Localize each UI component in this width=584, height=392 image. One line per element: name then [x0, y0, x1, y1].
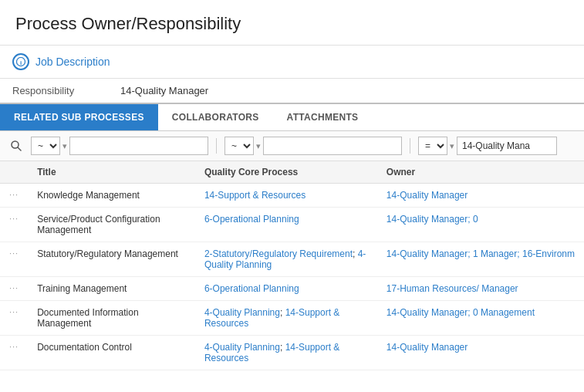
row-owner[interactable]: 14-Quality Manager: [377, 184, 584, 208]
quality-link[interactable]: 14-Support & Resources: [204, 190, 306, 201]
table-row: ···Documentation Control4-Quality Planni…: [0, 336, 584, 370]
quality-link[interactable]: 4-Quality Planning: [204, 307, 280, 318]
row-quality[interactable]: 2-Statutory/Regulatory Requirement; 4-Qu…: [195, 242, 377, 277]
filter-group-1: ~ ▾: [31, 137, 208, 155]
row-owner[interactable]: 14-Quality Manager; 1 Manager; 16-Enviro…: [377, 242, 584, 277]
filter-group-2: ~ ▾: [224, 137, 402, 155]
col-header-quality: Quality Core Process: [195, 161, 377, 184]
row-dots[interactable]: ···: [0, 208, 28, 242]
meta-label: Responsibility: [12, 85, 120, 96]
row-quality[interactable]: 14-Support & Resources: [195, 184, 377, 208]
table-row: ···Training Management6-Operational Plan…: [0, 277, 584, 301]
row-dots[interactable]: ···: [0, 242, 28, 277]
row-dots[interactable]: ···: [0, 277, 28, 301]
table-row: ···Knowledge Management14-Support & Reso…: [0, 184, 584, 208]
info-icon: i: [12, 53, 29, 70]
filter-divider-2: [410, 138, 410, 154]
filter-select-2[interactable]: ~: [224, 137, 254, 155]
row-quality[interactable]: 4-Quality Planning; 14-Support & Resourc…: [195, 336, 377, 370]
filter-divider-1: [216, 138, 217, 154]
tab-attachments[interactable]: ATTACHMENTS: [273, 104, 373, 130]
table-header-row: Title Quality Core Process Owner: [0, 161, 584, 184]
table-container: Title Quality Core Process Owner ···Know…: [0, 161, 584, 370]
filter-group-3: = ▾: [418, 137, 557, 155]
owner-link[interactable]: 14-Quality Manager; 0 Management: [387, 307, 535, 318]
owner-link[interactable]: 17-Human Resources/ Manager: [387, 283, 518, 294]
row-title: Service/Product Configuration Management: [28, 208, 195, 242]
meta-row: Responsibility 14-Quality Manager: [0, 79, 584, 104]
row-title: Training Management: [28, 277, 195, 301]
owner-link[interactable]: 14-Quality Manager: [387, 190, 468, 201]
filter-input-3[interactable]: [457, 137, 557, 155]
row-dots[interactable]: ···: [0, 336, 28, 370]
owner-link[interactable]: 14-Quality Manager: [387, 342, 468, 353]
owner-link[interactable]: 14-Quality Manager; 1 Manager; 16-Enviro…: [387, 248, 575, 259]
svg-line-3: [18, 147, 21, 150]
filter-input-2[interactable]: [263, 137, 402, 155]
section-title[interactable]: Job Description: [35, 56, 110, 68]
row-title: Statutory/Regulatory Management: [28, 242, 195, 277]
row-title: Documentation Control: [28, 336, 195, 370]
table-row: ···Documented Information Management4-Qu…: [0, 301, 584, 336]
row-owner[interactable]: 14-Quality Manager; 0 Management: [377, 301, 584, 336]
col-header-owner: Owner: [377, 161, 584, 184]
table-row: ···Service/Product Configuration Managem…: [0, 208, 584, 242]
row-title: Documented Information Management: [28, 301, 195, 336]
table-row: ···Statutory/Regulatory Management2-Stat…: [0, 242, 584, 277]
row-quality[interactable]: 6-Operational Planning: [195, 277, 377, 301]
tabs-bar: RELATED SUB PROCESSES COLLABORATORS ATTA…: [0, 104, 584, 131]
owner-link[interactable]: 14-Quality Manager; 0: [387, 214, 478, 225]
svg-text:i: i: [20, 59, 22, 66]
page-title: Process Owner/Responsibility: [0, 0, 584, 46]
row-owner[interactable]: 14-Quality Manager: [377, 336, 584, 370]
filter-input-1[interactable]: [69, 137, 208, 155]
quality-link[interactable]: 6-Operational Planning: [204, 214, 299, 225]
quality-link[interactable]: 2-Statutory/Regulatory Requirement: [204, 248, 353, 259]
row-quality[interactable]: 4-Quality Planning; 14-Support & Resourc…: [195, 301, 377, 336]
row-dots[interactable]: ···: [0, 301, 28, 336]
col-header-title: [0, 161, 28, 184]
filter-select-1[interactable]: ~: [31, 137, 60, 155]
search-icon[interactable]: [6, 136, 26, 156]
tab-collaborators[interactable]: COLLABORATORS: [158, 104, 273, 130]
filter-select-3[interactable]: =: [418, 137, 447, 155]
row-owner[interactable]: 17-Human Resources/ Manager: [377, 277, 584, 301]
row-dots[interactable]: ···: [0, 184, 28, 208]
row-title: Knowledge Management: [28, 184, 195, 208]
quality-link[interactable]: 6-Operational Planning: [204, 283, 299, 294]
row-quality[interactable]: 6-Operational Planning: [195, 208, 377, 242]
section-header: i Job Description: [0, 46, 584, 79]
quality-link[interactable]: 4-Quality Planning: [204, 342, 280, 353]
tab-related-sub-processes[interactable]: RELATED SUB PROCESSES: [0, 104, 158, 130]
results-table: Title Quality Core Process Owner ···Know…: [0, 161, 584, 370]
row-owner[interactable]: 14-Quality Manager; 0: [377, 208, 584, 242]
meta-value: 14-Quality Manager: [120, 85, 208, 96]
filter-bar: ~ ▾ ~ ▾ = ▾: [0, 131, 584, 161]
col-header-title-label: Title: [28, 161, 195, 184]
